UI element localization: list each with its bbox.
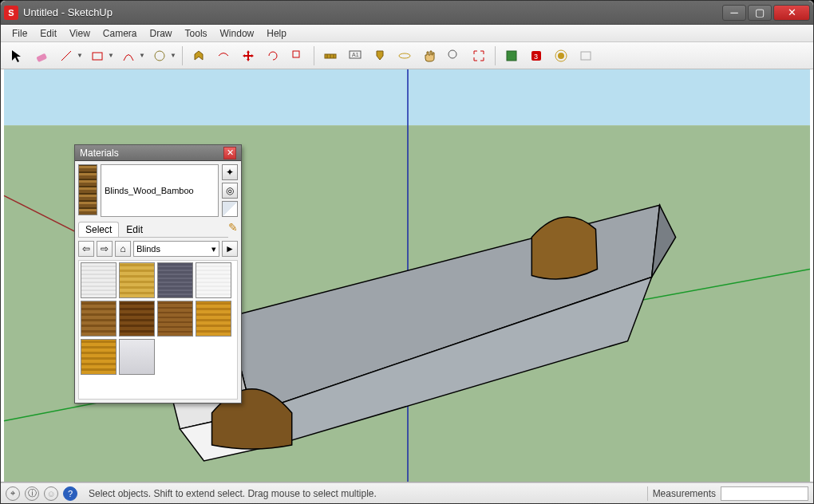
user-icon[interactable]: ☺ [44, 486, 58, 501]
statusbar: ⌖ ⓘ ☺ ? Select objects. Shift to extend … [1, 482, 813, 503]
material-swatch[interactable] [119, 262, 155, 298]
svg-point-3 [155, 51, 164, 61]
text-tool[interactable]: A1 [344, 45, 366, 67]
menu-view[interactable]: View [63, 26, 97, 41]
material-swatch[interactable] [157, 301, 193, 337]
svg-point-12 [399, 53, 410, 58]
svg-rect-4 [293, 51, 299, 57]
window-controls: ─ ▢ ✕ [721, 5, 810, 21]
app-icon: S [4, 6, 18, 20]
svg-text:3: 3 [534, 53, 538, 61]
material-collection-select[interactable]: Blinds ▾ [133, 241, 219, 257]
sample-material-button[interactable]: ✦ [222, 164, 238, 180]
pan-tool[interactable] [418, 45, 441, 67]
materials-panel-title: Materials [80, 148, 223, 159]
app-window: S Untitled - SketchUp ─ ▢ ✕ File Edit Vi… [0, 0, 814, 504]
svg-rect-2 [93, 53, 102, 60]
toolbar: ▼▼▼▼A13 [1, 42, 813, 69]
material-swatch[interactable] [157, 262, 193, 298]
nav-back-button[interactable]: ⇦ [78, 241, 94, 257]
credits-icon[interactable]: ⓘ [25, 486, 39, 501]
materials-panel-body: ✦ ◎ Select Edit ✎ ⇦ ⇨ ⌂ [75, 161, 241, 403]
menubar: File Edit View Camera Draw Tools Window … [1, 25, 813, 42]
svg-rect-22 [4, 69, 810, 125]
toolbar-separator [314, 46, 314, 65]
tapemeasure-tool[interactable] [319, 45, 342, 67]
material-swatch[interactable] [81, 339, 117, 375]
scale-tool[interactable] [286, 45, 309, 67]
menu-help[interactable]: Help [260, 26, 293, 41]
rectangle-tool[interactable]: ▼ [86, 45, 109, 67]
dropdown-icon: ▼ [139, 52, 145, 59]
material-swatch[interactable] [81, 262, 117, 298]
svg-line-1 [61, 51, 71, 61]
material-swatch[interactable] [81, 301, 117, 337]
circle-tool[interactable]: ▼ [148, 45, 171, 67]
extensionwarehouse-tool[interactable] [550, 45, 572, 67]
toolbar-separator [495, 46, 496, 65]
select-tool[interactable] [6, 45, 28, 67]
material-preview [78, 164, 97, 215]
collection-menu-button[interactable]: ► [222, 241, 238, 257]
zoom-tool[interactable] [443, 45, 465, 67]
dropdown-icon: ▼ [77, 52, 83, 59]
maximize-button[interactable]: ▢ [748, 5, 772, 21]
geolocation-icon[interactable]: ⌖ [6, 486, 20, 501]
status-hint: Select objects. Shift to extend select. … [82, 488, 642, 499]
default-material-button[interactable] [222, 201, 238, 217]
dropdown-icon: ▼ [170, 52, 176, 59]
menu-camera[interactable]: Camera [97, 26, 144, 41]
viewport[interactable]: Materials ✕ ✦ ◎ Select [1, 69, 813, 482]
material-swatch[interactable] [119, 339, 155, 375]
minimize-button[interactable]: ─ [722, 5, 746, 21]
addlocation-tool[interactable] [500, 45, 523, 67]
material-swatch-grid [78, 260, 238, 400]
create-material-button[interactable]: ◎ [222, 183, 238, 199]
nav-forward-button[interactable]: ⇨ [97, 241, 113, 257]
line-tool[interactable]: ▼ [55, 45, 77, 67]
help-icon[interactable]: ? [63, 486, 77, 501]
chevron-down-icon: ▾ [211, 244, 216, 254]
materials-panel[interactable]: Materials ✕ ✦ ◎ Select [74, 144, 242, 404]
nav-home-button[interactable]: ⌂ [115, 241, 131, 257]
measurements-input[interactable] [721, 486, 808, 501]
material-swatch[interactable] [119, 301, 155, 337]
close-button[interactable]: ✕ [773, 5, 810, 21]
material-name-field[interactable] [101, 164, 219, 217]
rotate-tool[interactable] [262, 45, 284, 67]
titlebar: S Untitled - SketchUp ─ ▢ ✕ [1, 1, 813, 25]
menu-draw[interactable]: Draw [144, 26, 179, 41]
paint-tool[interactable] [369, 45, 391, 67]
svg-point-14 [448, 50, 456, 58]
materials-tab-select[interactable]: Select [78, 222, 119, 237]
eyedropper-icon[interactable]: ✎ [228, 221, 238, 234]
eraser-tool[interactable] [30, 45, 53, 67]
getmodels-tool[interactable]: 3 [525, 45, 547, 67]
followme-tool[interactable] [212, 45, 235, 67]
zoomextents-tool[interactable] [468, 45, 490, 67]
collection-selected-label: Blinds [136, 244, 160, 254]
svg-rect-16 [507, 51, 516, 61]
window-title: Untitled - SketchUp [23, 6, 721, 18]
menu-window[interactable]: Window [214, 26, 261, 41]
materials-panel-close-button[interactable]: ✕ [223, 147, 236, 159]
svg-text:A1: A1 [352, 52, 359, 57]
material-swatch[interactable] [196, 301, 231, 337]
pushpull-tool[interactable] [188, 45, 210, 67]
materials-tab-edit[interactable]: Edit [119, 222, 150, 237]
svg-rect-21 [581, 52, 591, 60]
menu-edit[interactable]: Edit [34, 26, 63, 41]
svg-rect-0 [36, 53, 47, 61]
material-swatch[interactable] [196, 262, 231, 298]
measurements-label: Measurements [653, 488, 716, 499]
move-tool[interactable] [237, 45, 259, 67]
svg-point-19 [558, 53, 564, 59]
menu-file[interactable]: File [6, 26, 34, 41]
orbit-tool[interactable] [393, 45, 416, 67]
toolbar-separator [182, 46, 183, 65]
materials-panel-titlebar[interactable]: Materials ✕ [75, 145, 241, 161]
arc-tool[interactable]: ▼ [117, 45, 140, 67]
menu-tools[interactable]: Tools [179, 26, 214, 41]
outliner-tool[interactable] [575, 45, 597, 67]
dropdown-icon: ▼ [108, 52, 114, 59]
